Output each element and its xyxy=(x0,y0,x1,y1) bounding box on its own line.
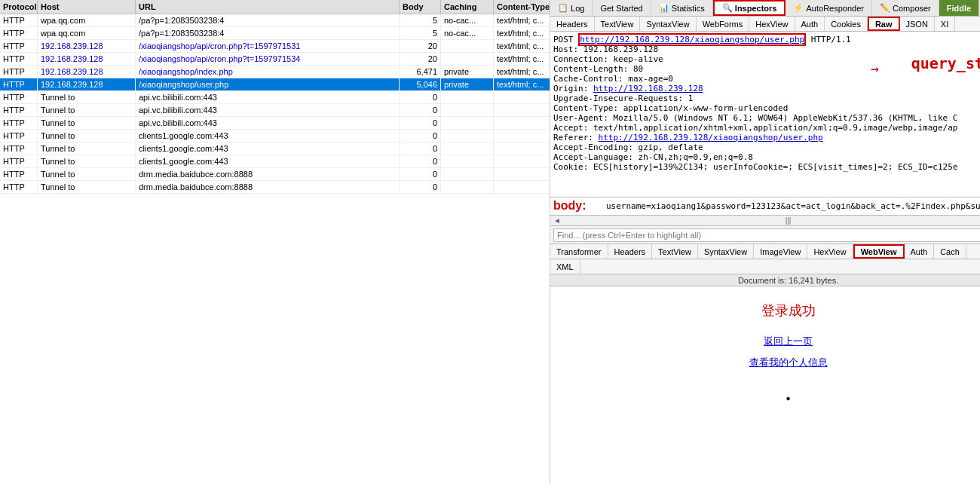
cell-protocol: HTTP xyxy=(0,27,38,39)
cell-url: clients1.google.com:443 xyxy=(136,142,400,155)
req-tab-auth[interactable]: Auth xyxy=(795,17,825,31)
resp-tab-webview[interactable]: WebView xyxy=(853,244,905,259)
cell-url: clients1.google.com:443 xyxy=(136,155,400,167)
cell-caching xyxy=(441,91,494,103)
find-input[interactable] xyxy=(553,228,980,242)
table-row[interactable]: HTTP Tunnel to api.vc.bilibili.com:443 0 xyxy=(0,117,550,130)
cell-contenttype xyxy=(494,104,550,116)
resp-tab-auth[interactable]: Auth xyxy=(905,244,935,259)
cell-protocol: HTTP xyxy=(0,181,38,193)
cell-protocol: HTTP xyxy=(0,142,38,155)
request-line5: Cache-Control: max-age=0 xyxy=(553,74,980,84)
resp-tab-imageview[interactable]: ImageView xyxy=(754,244,807,259)
tab-inspectors[interactable]: 🔍 Inspectors xyxy=(713,0,786,16)
top-tabs: 📋 Log Get Started 📊 Statistics 🔍 Inspect… xyxy=(550,0,980,17)
cell-url: api.vc.bilibili.com:443 xyxy=(136,117,400,129)
composer-icon: ✏️ xyxy=(880,3,890,13)
tab-statistics[interactable]: 📊 Statistics xyxy=(651,0,713,16)
table-row[interactable]: HTTP Tunnel to clients1.google.com:443 0 xyxy=(0,130,550,142)
table-row[interactable]: HTTP 192.168.239.128 /xiaoqiangshop/api/… xyxy=(0,53,550,66)
table-row[interactable]: HTTP 192.168.239.128 /xiaoqiangshop/inde… xyxy=(0,66,550,78)
cell-host: wpa.qq.com xyxy=(38,14,136,26)
cell-url: /xiaoqiangshop/user.php xyxy=(136,78,400,90)
table-row[interactable]: HTTP Tunnel to drm.media.baidubce.com:88… xyxy=(0,168,550,181)
resp-tab-hexview[interactable]: HexView xyxy=(807,244,853,259)
cell-host: Tunnel to xyxy=(38,168,136,180)
resp-tab-textview[interactable]: TextView xyxy=(652,244,698,259)
log-icon: 📋 xyxy=(558,3,568,13)
resp-tab-cach[interactable]: Cach xyxy=(934,244,966,259)
cell-host: Tunnel to xyxy=(38,155,136,167)
table-row[interactable]: HTTP Tunnel to drm.media.baidubce.com:88… xyxy=(0,181,550,194)
webview-link1[interactable]: 返回上一页 xyxy=(764,335,813,348)
cell-caching xyxy=(441,142,494,155)
table-row[interactable]: HTTP Tunnel to api.vc.bilibili.com:443 0 xyxy=(0,104,550,117)
tab-autoresponder[interactable]: ⚡ AutoResponder xyxy=(786,0,872,16)
req-tab-webforms[interactable]: WebForms xyxy=(697,17,750,31)
cell-contenttype xyxy=(494,155,550,167)
cell-url: api.vc.bilibili.com:443 xyxy=(136,91,400,103)
table-row[interactable]: HTTP Tunnel to api.vc.bilibili.com:443 0 xyxy=(0,91,550,104)
req-tab-syntaxview[interactable]: SyntaxView xyxy=(640,17,696,31)
cell-url: clients1.google.com:443 xyxy=(136,130,400,142)
webview-content: 登录成功 返回上一页 查看我的个人信息 • xyxy=(550,286,980,484)
find-bar xyxy=(550,226,980,244)
table-row[interactable]: HTTP wpa.qq.com /pa?p=1:2083503238:4 5 n… xyxy=(0,14,550,27)
request-line13: Accept-Language: zh-CN,zh;q=0.9,en;q=0.8 xyxy=(553,152,980,162)
tab-composer[interactable]: ✏️ Composer xyxy=(872,0,939,16)
cell-contenttype xyxy=(494,168,550,180)
tab-get-started[interactable]: Get Started xyxy=(593,0,651,16)
table-row[interactable]: HTTP Tunnel to clients1.google.com:443 0 xyxy=(0,142,550,155)
req-tab-textview[interactable]: TextView xyxy=(595,17,641,31)
resp-tab-transformer[interactable]: Transformer xyxy=(550,244,608,259)
cell-host: Tunnel to xyxy=(38,181,136,193)
cell-contenttype: text/html; c... xyxy=(494,40,550,52)
cell-host: Tunnel to xyxy=(38,130,136,142)
cell-host: Tunnel to xyxy=(38,91,136,103)
col-url: URL xyxy=(136,0,400,14)
origin-link[interactable]: http://192.168.239.128 xyxy=(593,84,703,93)
cell-body: 5,046 xyxy=(400,78,441,90)
cell-contenttype: text/html; c... xyxy=(494,14,550,26)
cell-contenttype: text/html; c... xyxy=(494,53,550,65)
cell-protocol: HTTP xyxy=(0,66,38,78)
cell-contenttype: text/html; c... xyxy=(494,78,550,90)
cell-caching: no-cac... xyxy=(441,14,494,26)
req-tab-raw[interactable]: Raw xyxy=(868,17,900,31)
body-label: body: xyxy=(553,199,586,213)
webview-link2[interactable]: 查看我的个人信息 xyxy=(749,356,828,369)
req-tab-cookies[interactable]: Cookies xyxy=(825,17,868,31)
cell-caching xyxy=(441,53,494,65)
cell-body: 20 xyxy=(400,53,441,65)
resp-tab-syntaxview[interactable]: SyntaxView xyxy=(698,244,754,259)
webview-dot: • xyxy=(786,392,791,406)
cell-protocol: HTTP xyxy=(0,78,38,90)
cell-contenttype xyxy=(494,142,550,155)
request-text-area: POST http://192.168.239.128/xiaoqiangsho… xyxy=(550,32,980,198)
right-panel: 📋 Log Get Started 📊 Statistics 🔍 Inspect… xyxy=(550,0,980,484)
cell-body: 0 xyxy=(400,155,441,167)
req-tab-json[interactable]: JSON xyxy=(900,17,935,31)
request-line10: Accept: text/html,application/xhtml+xml,… xyxy=(553,123,980,133)
table-row[interactable]: HTTP 192.168.239.128 /xiaoqiangshop/api/… xyxy=(0,40,550,53)
cell-contenttype: text/html; c... xyxy=(494,27,550,39)
cell-contenttype xyxy=(494,91,550,103)
req-tab-xi[interactable]: XI xyxy=(935,17,955,31)
resp-tab-xml[interactable]: XML xyxy=(550,259,580,274)
cell-host: 192.168.239.128 xyxy=(38,53,136,65)
cell-caching xyxy=(441,117,494,129)
cell-url: /xiaoqiangshop/index.php xyxy=(136,66,400,78)
cell-protocol: HTTP xyxy=(0,168,38,180)
table-row[interactable]: HTTP 192.168.239.128 /xiaoqiangshop/user… xyxy=(0,78,550,91)
table-body: HTTP wpa.qq.com /pa?p=1:2083503238:4 5 n… xyxy=(0,14,550,484)
table-row[interactable]: HTTP Tunnel to clients1.google.com:443 0 xyxy=(0,155,550,168)
req-tab-headers[interactable]: Headers xyxy=(550,17,595,31)
cell-protocol: HTTP xyxy=(0,155,38,167)
request-line1: POST http://192.168.239.128/xiaoqiangsho… xyxy=(553,35,980,44)
resp-tab-headers[interactable]: Headers xyxy=(608,244,653,259)
req-tab-hexview[interactable]: HexView xyxy=(749,17,795,31)
referer-link[interactable]: http://192.168.239.128/xiaoqiangshop/use… xyxy=(599,133,823,142)
table-row[interactable]: HTTP wpa.qq.com /pa?p=1:2083503238:4 5 n… xyxy=(0,27,550,40)
tab-log[interactable]: 📋 Log xyxy=(550,0,593,16)
tab-fiddle[interactable]: Fiddle xyxy=(939,0,979,16)
